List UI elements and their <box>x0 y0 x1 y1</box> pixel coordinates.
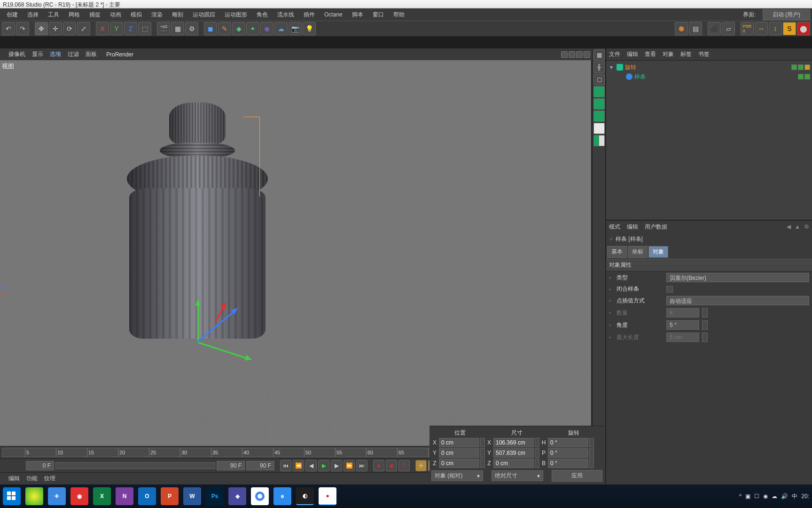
goto-start-icon[interactable]: ⏮ <box>280 460 291 471</box>
rot-p-field[interactable] <box>548 448 588 458</box>
deformer-icon[interactable]: ◉ <box>260 22 273 35</box>
omenu-file[interactable]: 文件 <box>609 50 620 58</box>
omenu-edit[interactable]: 编辑 <box>627 50 638 58</box>
current-frame-field[interactable]: 90 F <box>246 461 274 470</box>
vmenu-camera[interactable]: 摄像机 <box>8 50 25 58</box>
taskbar-photoshop[interactable]: Ps <box>206 487 224 505</box>
size-y-field[interactable] <box>493 448 534 458</box>
prop-interp-dropdown[interactable]: 自动适应 <box>666 296 809 305</box>
takes-icon[interactable]: ⬢ <box>675 22 688 35</box>
prev-key-icon[interactable]: ⏪ <box>293 460 304 471</box>
rot-h-field[interactable] <box>548 438 588 447</box>
menu-mesh[interactable]: 网格 <box>64 9 85 20</box>
axis-convert-icon[interactable]: ↔ <box>755 22 768 35</box>
autokey-icon[interactable]: ◉ <box>386 460 397 471</box>
strip-box-icon[interactable]: ▢ <box>593 74 605 85</box>
menu-pipe[interactable]: 流水线 <box>273 9 299 20</box>
render-region-icon[interactable]: ▦ <box>171 22 184 35</box>
vmenu-prorender[interactable]: ProRender <box>106 51 133 58</box>
menu-tools[interactable]: 工具 <box>43 9 64 20</box>
prop-angle-field[interactable]: 5 ° <box>666 320 699 330</box>
tray-ime[interactable]: 中 <box>792 492 797 500</box>
environment-icon[interactable]: ☁ <box>274 22 288 35</box>
play-icon[interactable]: ▶ <box>318 460 329 471</box>
tree-item-spline[interactable]: 样条 <box>608 72 810 81</box>
taskbar-c4d[interactable]: ◐ <box>296 487 314 505</box>
snap-axis-icon[interactable]: ↕ <box>769 22 782 35</box>
coord-apply-button[interactable]: 应用 <box>552 470 602 482</box>
primitive-cube-icon[interactable]: ◼ <box>204 22 217 35</box>
taskbar-app-10[interactable]: ◈ <box>228 487 246 505</box>
camera-icon[interactable]: 📷 <box>289 22 302 35</box>
viewport-rotate-icon[interactable] <box>576 51 583 58</box>
tab-basic[interactable]: 基本 <box>607 246 627 258</box>
taskbar-excel[interactable]: X <box>93 487 111 505</box>
omenu-view[interactable]: 查看 <box>645 50 656 58</box>
vmenu-options[interactable]: 选项 <box>50 50 61 58</box>
rot-b-field[interactable] <box>548 459 588 468</box>
visibility-editor-flag[interactable] <box>791 64 797 70</box>
size-x-field[interactable] <box>493 438 534 447</box>
amenu-edit[interactable]: 编辑 <box>627 223 638 231</box>
omenu-bookmarks[interactable]: 书签 <box>698 50 710 58</box>
tray-icon-3[interactable]: ◉ <box>763 493 768 500</box>
btab-tex[interactable]: 纹理 <box>44 475 55 483</box>
amenu-userdata[interactable]: 用户数据 <box>645 223 667 231</box>
x-axis-icon[interactable]: X <box>96 22 109 35</box>
workplane-icon[interactable]: ▱ <box>722 22 735 35</box>
menu-help[interactable]: 帮助 <box>389 9 409 20</box>
menu-mograph[interactable]: 运动图形 <box>220 9 252 20</box>
vmenu-panel[interactable]: 面板 <box>86 50 97 58</box>
transform-gizmo[interactable] <box>193 300 258 352</box>
psr-reset-icon[interactable]: PSR0 <box>741 22 754 35</box>
attr-next-icon[interactable]: ⚙ <box>804 223 809 230</box>
prop-close-checkbox[interactable] <box>666 286 673 293</box>
generator-icon[interactable]: ◆ <box>232 22 245 35</box>
y-axis-icon[interactable]: Y <box>110 22 123 35</box>
strip-quick-icon[interactable] <box>593 98 605 110</box>
prop-angle-spinner[interactable] <box>702 320 708 330</box>
range-end-field[interactable]: 90 F <box>217 461 245 470</box>
attr-prev-icon[interactable]: ◀ <box>787 223 791 230</box>
visibility-editor-flag[interactable] <box>798 74 804 79</box>
tree-item-lathe[interactable]: ▾ 旋转 <box>608 63 810 72</box>
timeline-slider[interactable] <box>55 462 215 469</box>
tab-object[interactable]: 对象 <box>648 246 668 258</box>
coord-ref-dropdown[interactable]: 对象 (相对)▾ <box>431 470 483 481</box>
viewport-layout-icon[interactable] <box>584 51 590 58</box>
menu-anim[interactable]: 动画 <box>105 9 126 20</box>
goto-end-icon[interactable]: ⏭ <box>356 460 367 471</box>
tray-icon-1[interactable]: ▣ <box>745 493 750 500</box>
next-key-icon[interactable]: ⏩ <box>344 460 355 471</box>
tray-volume-icon[interactable]: 🔊 <box>781 493 788 500</box>
menu-plugin[interactable]: 插件 <box>299 9 320 20</box>
coord-size-dropdown[interactable]: 绝对尺寸▾ <box>492 470 543 481</box>
gizmo-z-axis[interactable] <box>197 309 237 343</box>
perspective-viewport[interactable]: 视图 Z X 网格间距 : 100 cm <box>0 60 592 446</box>
menu-sculpt[interactable]: 雕刻 <box>167 9 188 20</box>
step-back-icon[interactable]: ◀ <box>305 460 317 471</box>
light-icon[interactable]: 💡 <box>303 22 316 35</box>
menu-select[interactable]: 选择 <box>23 9 43 20</box>
taskbar-ppt[interactable]: P <box>161 487 179 505</box>
menu-char[interactable]: 角色 <box>252 9 273 20</box>
pos-z-field[interactable] <box>439 459 479 468</box>
coord-sys-icon[interactable]: ⬚ <box>138 22 151 35</box>
taskbar-app-2[interactable]: ✈ <box>48 487 66 505</box>
step-fwd-icon[interactable]: ▶ <box>331 460 342 471</box>
tag-phong-icon[interactable] <box>804 64 810 70</box>
viewport-zoom-icon[interactable] <box>569 51 575 58</box>
attr-up-icon[interactable]: ▲ <box>795 223 800 230</box>
spinner-icon[interactable] <box>480 438 485 447</box>
move-tool-icon[interactable]: ✛ <box>49 22 62 35</box>
redo-icon[interactable]: ↷ <box>16 22 29 35</box>
strip-hidden-icon[interactable] <box>593 123 605 134</box>
taskbar-edge[interactable]: e <box>273 487 291 505</box>
layout-selector[interactable]: 启动 (用户) <box>763 9 810 20</box>
record-icon[interactable]: ● <box>373 460 384 471</box>
menu-create[interactable]: 创建 <box>2 9 23 20</box>
taskbar-chrome[interactable] <box>251 487 269 505</box>
z-axis-icon[interactable]: Z <box>124 22 137 35</box>
render-settings-icon[interactable]: ⚙ <box>185 22 198 35</box>
taskbar-app-3[interactable]: ◉ <box>70 487 88 505</box>
